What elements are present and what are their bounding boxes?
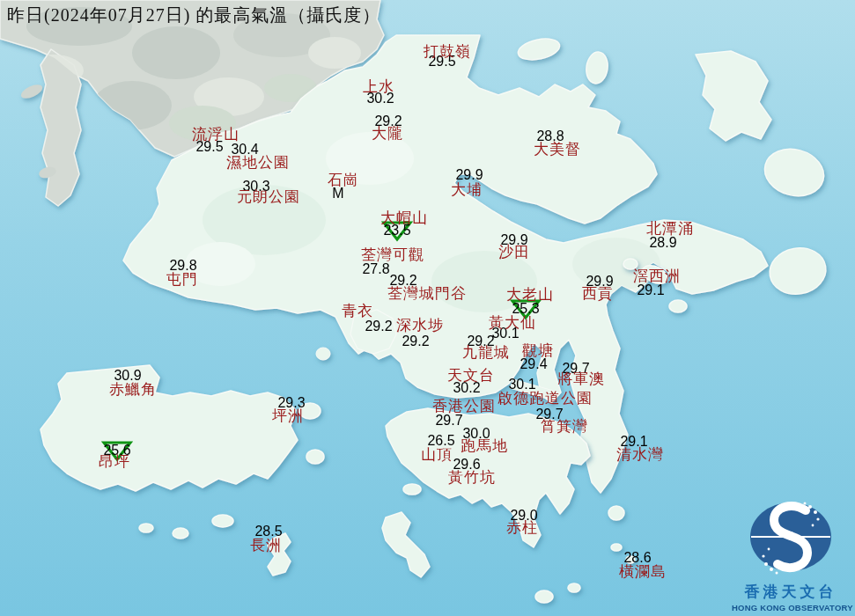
- weather-map-stage: 昨日(2024年07月27日) 的最高氣溫（攝氏度） 29.5打鼓嶺30.2上水…: [0, 0, 855, 616]
- station-name-label: 北潭涌: [646, 218, 694, 238]
- station-name-label: 大美督: [534, 139, 581, 159]
- station-name-label: 坪洲: [272, 406, 304, 426]
- station-name-label: 黃竹坑: [448, 467, 496, 488]
- stations-layer: 29.5打鼓嶺30.2上水29.2大隴29.5流浮山30.4濕地公園30.3元朗…: [0, 0, 855, 616]
- station-name-label: 打鼓嶺: [424, 41, 471, 62]
- station-name-label: 大埔: [451, 180, 483, 200]
- station-name-label: 觀塘: [522, 341, 554, 361]
- station-name-label: 西貢: [582, 283, 614, 304]
- page-title: 昨日(2024年07月27日) 的最高氣溫（攝氏度）: [7, 4, 380, 27]
- station-name-label: 筲箕灣: [541, 416, 588, 436]
- station-name-label: 清水灣: [616, 444, 664, 465]
- station-name-label: 大帽山: [380, 208, 428, 228]
- hko-logo: 香港天文台 HONG KONG OBSERVATORY: [732, 498, 850, 612]
- station-name-label: 將軍澳: [557, 369, 605, 389]
- hko-logo-icon: [742, 498, 839, 577]
- station-name-label: 上水: [363, 77, 394, 97]
- station-name-label: 赤柱: [506, 517, 538, 538]
- hko-logo-chinese-name: 香港天文台: [732, 582, 850, 602]
- station-name-label: 九龍城: [462, 342, 510, 363]
- station-name-label: 滘西洲: [633, 266, 681, 286]
- station-name-label: 香港公園: [432, 396, 496, 416]
- station-name-label: 青衣: [342, 301, 373, 321]
- station-name-label: 天文台: [447, 365, 495, 385]
- station-temperature-value: 29.2: [365, 319, 392, 334]
- station-name-label: 大老山: [506, 284, 554, 304]
- station-name-label: 流浮山: [192, 124, 240, 144]
- station-name-label: 石崗: [328, 170, 359, 190]
- station-name-label: 啟德跑道公園: [498, 388, 593, 408]
- station-name-label: 黃大仙: [489, 312, 536, 333]
- station-name-label: 濕地公園: [226, 152, 290, 172]
- station-name-label: 大隴: [372, 123, 403, 143]
- hko-logo-english-name: HONG KONG OBSERVATORY: [732, 603, 850, 612]
- station-name-label: 沙田: [498, 242, 530, 262]
- station-name-label: 跑馬地: [461, 436, 508, 456]
- station-name-label: 深水埗: [396, 315, 444, 335]
- station-name-label: 荃灣可觀: [361, 245, 424, 265]
- station-name-label: 屯門: [166, 269, 198, 290]
- station-temperature-value: 29.2: [402, 334, 429, 349]
- station-name-label: 長洲: [250, 535, 282, 555]
- station-name-label: 赤鱲角: [109, 379, 157, 400]
- station-name-label: 昂坪: [99, 451, 130, 472]
- station-name-label: 荃灣城門谷: [387, 283, 467, 304]
- station-name-label: 山頂: [421, 444, 453, 465]
- station-name-label: 元朗公園: [237, 187, 300, 207]
- station-name-label: 橫瀾島: [619, 561, 667, 582]
